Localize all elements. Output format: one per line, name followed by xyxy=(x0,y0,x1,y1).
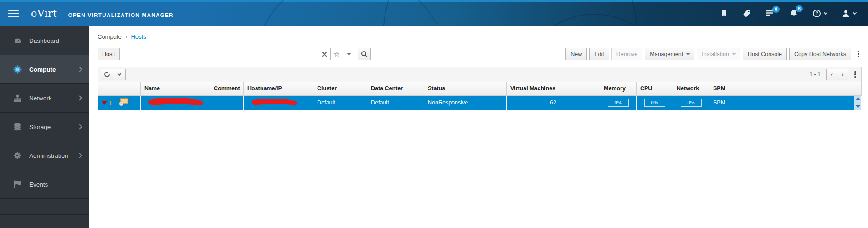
host-console-button[interactable]: Host Console xyxy=(743,48,787,60)
refresh-button[interactable] xyxy=(101,69,113,80)
masthead-decoration xyxy=(383,0,638,26)
previous-page-button[interactable]: ‹ xyxy=(826,69,837,80)
kebab-menu-icon[interactable] xyxy=(852,68,858,81)
sidebar-item-label: Administration xyxy=(29,152,68,159)
pagination: 1 - 1 ‹ › xyxy=(809,68,858,81)
masthead-icons: 0 6 ? xyxy=(720,9,856,17)
edit-button[interactable]: Edit xyxy=(589,48,609,60)
sidebar-item-network[interactable]: Network xyxy=(0,84,89,113)
flag-icon xyxy=(13,180,23,188)
memory-cell[interactable]: 0% xyxy=(600,95,637,110)
sidebar-nav: Dashboard Compute Network Storage Admini… xyxy=(0,26,89,228)
column-header-hostname[interactable]: Hostname/IP xyxy=(244,82,313,95)
user-menu[interactable] xyxy=(842,10,856,17)
column-header-name[interactable]: Name xyxy=(141,82,210,95)
chevron-right-icon xyxy=(77,67,82,72)
controls-row: Host: ☆ New Edit Remove Management Insta… xyxy=(98,48,862,60)
notifications-bell-icon[interactable]: 6 xyxy=(790,9,798,17)
chevron-down-icon xyxy=(732,52,736,55)
column-header-cpu[interactable]: CPU xyxy=(637,82,673,95)
chevron-down-icon xyxy=(686,52,690,55)
cpu-icon xyxy=(13,65,23,74)
host-search-bar: Host: ☆ xyxy=(98,48,371,60)
status-cell[interactable]: NonResponsive xyxy=(424,95,507,110)
menu-toggle-icon[interactable] xyxy=(8,10,19,17)
column-header-datacenter[interactable]: Data Center xyxy=(367,82,424,95)
column-header-network[interactable]: Network xyxy=(673,82,709,95)
refresh-menu-button[interactable] xyxy=(113,69,126,80)
bookmark-search-star-icon[interactable]: ☆ xyxy=(330,48,343,60)
column-header-memory[interactable]: Memory xyxy=(600,82,637,95)
hostname-cell[interactable] xyxy=(244,95,313,110)
bookmark-icon[interactable] xyxy=(720,10,728,17)
sitemap-icon xyxy=(13,94,23,102)
search-button[interactable] xyxy=(358,48,371,60)
scroll-up-icon[interactable] xyxy=(856,98,860,100)
pagination-range: 1 - 1 xyxy=(809,71,821,78)
remove-button[interactable]: Remove xyxy=(611,48,643,60)
dashboard-icon xyxy=(13,37,23,45)
sidebar-item-administration[interactable]: Administration xyxy=(0,141,89,170)
filler-cell[interactable] xyxy=(755,95,854,110)
user-icon xyxy=(842,10,850,17)
magnifier-icon xyxy=(361,51,368,57)
host-type-cell[interactable] xyxy=(114,95,141,110)
alert-cell[interactable]: ! xyxy=(98,95,114,110)
product-subtitle: OPEN VIRTUALIZATION MANAGER xyxy=(68,12,174,18)
column-header-vms[interactable]: Virtual Machines xyxy=(507,82,600,95)
database-icon xyxy=(13,123,23,131)
sidebar-item-label: Network xyxy=(29,95,52,102)
sidebar-item-label: Compute xyxy=(29,66,56,73)
column-header-comment[interactable]: Comment xyxy=(210,82,244,95)
comment-cell[interactable] xyxy=(210,95,244,110)
alerts-badge: 6 xyxy=(796,5,803,12)
network-cell[interactable]: 0% xyxy=(673,95,709,110)
datacenter-cell[interactable]: Default xyxy=(367,95,424,110)
error-triangle-icon xyxy=(102,101,107,105)
column-header-cluster[interactable]: Cluster xyxy=(313,82,367,95)
management-dropdown-button[interactable]: Management xyxy=(645,48,694,60)
redacted-name-scribble xyxy=(144,98,206,107)
breadcrumb-compute-link[interactable]: Compute xyxy=(98,33,122,40)
name-cell[interactable] xyxy=(141,95,210,110)
sidebar-item-dashboard[interactable]: Dashboard xyxy=(0,26,89,55)
clear-search-icon[interactable] xyxy=(318,48,331,60)
installation-dropdown-button[interactable]: Installation xyxy=(697,48,740,60)
new-button[interactable]: New xyxy=(565,48,587,60)
tasks-icon[interactable]: 0 xyxy=(766,10,775,17)
column-header-type[interactable] xyxy=(114,82,141,95)
hosts-table: Name Comment Hostname/IP Cluster Data Ce… xyxy=(98,82,862,110)
next-page-button[interactable]: › xyxy=(837,69,848,80)
chevron-down-icon xyxy=(824,10,827,14)
chevron-right-icon xyxy=(77,124,82,129)
chevron-down-icon xyxy=(853,10,857,14)
cpu-cell[interactable]: 0% xyxy=(637,95,673,110)
tasks-badge: 0 xyxy=(772,6,780,13)
breadcrumb-hosts-link[interactable]: Hosts xyxy=(131,33,146,40)
gear-icon xyxy=(13,151,23,160)
kebab-menu-icon[interactable] xyxy=(855,48,862,60)
vm-count-cell[interactable]: 62 xyxy=(507,95,600,110)
brand: oVirt OPEN VIRTUALIZATION MANAGER xyxy=(31,8,174,19)
sidebar-item-events[interactable]: Events xyxy=(0,170,89,199)
sidebar-item-compute[interactable]: Compute xyxy=(0,55,89,84)
copy-host-networks-button[interactable]: Copy Host Networks xyxy=(789,48,851,60)
search-input[interactable] xyxy=(119,48,318,60)
table-scrollbar[interactable] xyxy=(854,95,862,110)
column-header-spm[interactable]: SPM xyxy=(709,82,755,95)
masthead-decoration xyxy=(519,14,670,26)
cpu-usage-gauge: 0% xyxy=(644,99,665,107)
scroll-down-icon[interactable] xyxy=(856,105,860,108)
main-content: Compute › Hosts Host: ☆ New Edit Remove … xyxy=(89,26,868,228)
warning-exclamation-icon: ! xyxy=(109,99,112,106)
spm-cell[interactable]: SPM xyxy=(709,95,755,110)
tags-icon[interactable] xyxy=(743,10,751,17)
sidebar-item-storage[interactable]: Storage xyxy=(0,113,89,141)
cluster-cell[interactable]: Default xyxy=(313,95,367,110)
host-row-selected[interactable]: ! Default Default NonResponsive 62 0% xyxy=(98,95,862,110)
help-menu[interactable]: ? xyxy=(813,10,827,17)
column-header-alert[interactable] xyxy=(98,82,114,95)
search-history-chevron-icon[interactable] xyxy=(343,48,355,60)
question-icon: ? xyxy=(813,10,821,17)
column-header-status[interactable]: Status xyxy=(424,82,507,95)
